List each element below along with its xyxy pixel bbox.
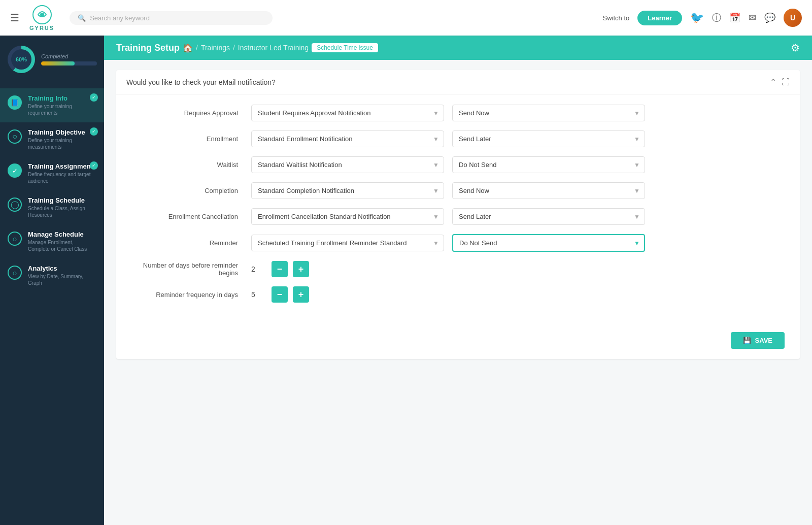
- waitlist-right-wrap: Do Not Send ▼: [452, 156, 645, 173]
- training-objective-sub: Define your training measurements: [28, 137, 96, 150]
- reminder-left-wrap: Scheduled Training Enrollment Reminder S…: [251, 235, 444, 251]
- sidebar-nav: 📘 Training Info Define your training req…: [0, 83, 104, 525]
- waitlist-row: Waitlist Standard Waitlist Notification …: [131, 156, 785, 173]
- page-title: Training Setup: [116, 43, 180, 53]
- reminder-days-increment[interactable]: +: [293, 261, 309, 277]
- analytics-title: Analytics: [28, 265, 96, 272]
- search-placeholder: Search any keyword: [90, 14, 150, 22]
- training-assignment-title: Training Assignment: [28, 162, 96, 170]
- completion-right-wrap: Send Now ▼: [452, 182, 645, 199]
- page-header: Training Setup 🏠 / Trainings / Instructo…: [104, 36, 812, 60]
- reminder-freq-decrement[interactable]: −: [272, 286, 288, 303]
- switch-to-label: Switch to: [603, 14, 630, 22]
- reminder-days-row: Number of days before reminder begins 2 …: [131, 261, 785, 277]
- sidebar-item-training-assignment[interactable]: ✓ Training Assignment Define frequency a…: [0, 156, 104, 190]
- breadcrumb-trainings[interactable]: Trainings: [201, 44, 230, 52]
- training-assignment-check: ✓: [90, 161, 98, 170]
- requires-approval-right-select[interactable]: Send Now: [452, 105, 645, 121]
- avatar[interactable]: U: [784, 9, 802, 27]
- training-info-icon: 📘: [8, 95, 22, 110]
- analytics-icon: ○: [8, 266, 22, 280]
- sidebar-item-training-schedule[interactable]: ◯ Training Schedule Schedule a Class, As…: [0, 190, 104, 224]
- learner-button[interactable]: Learner: [637, 11, 682, 25]
- search-bar[interactable]: 🔍 Search any keyword: [70, 11, 273, 25]
- training-schedule-icon: ◯: [8, 198, 22, 212]
- completion-right-select[interactable]: Send Now: [452, 182, 645, 199]
- collapse-button[interactable]: ⌃: [770, 77, 776, 87]
- reminder-days-controls: 2 − +: [251, 261, 309, 277]
- sidebar-item-training-objective[interactable]: ○ Training Objective Define your trainin…: [0, 122, 104, 156]
- training-objective-title: Training Objective: [28, 128, 96, 136]
- progress-bar-fill: [41, 61, 75, 65]
- requires-approval-label: Requires Approval: [131, 109, 243, 117]
- settings-icon[interactable]: ⚙: [791, 42, 800, 54]
- enrollment-left-wrap: Standard Enrollment Notification ▼: [251, 130, 444, 147]
- expand-button[interactable]: ⛶: [782, 77, 790, 87]
- logo: GYRUS: [29, 5, 54, 31]
- nav-right: Switch to Learner 🐦 ⓘ 📅 ✉ 💬 U: [603, 9, 802, 27]
- reminder-freq-increment[interactable]: +: [293, 286, 309, 303]
- reminder-days-decrement[interactable]: −: [272, 261, 288, 277]
- sidebar-item-training-info[interactable]: 📘 Training Info Define your training req…: [0, 88, 104, 122]
- progress-circle: 60%: [8, 46, 35, 73]
- reminder-freq-controls: 5 − +: [251, 286, 309, 303]
- reminder-days-value: 2: [251, 265, 266, 273]
- hamburger-menu[interactable]: ☰: [10, 12, 19, 24]
- training-schedule-title: Training Schedule: [28, 196, 96, 204]
- training-assignment-sub: Define frequency and target audience: [28, 171, 96, 184]
- help-icon[interactable]: ⓘ: [712, 12, 721, 24]
- progress-bar: [41, 61, 97, 65]
- save-button[interactable]: 💾 SAVE: [731, 332, 785, 349]
- calendar-icon[interactable]: 📅: [729, 12, 740, 23]
- sidebar-item-manage-schedule[interactable]: ○ Manage Schedule Manage Enrollment, Com…: [0, 224, 104, 258]
- logo-text: GYRUS: [29, 25, 54, 31]
- email-notification-card: Would you like to check your eMail notif…: [116, 70, 800, 359]
- search-icon: 🔍: [78, 14, 86, 22]
- manage-schedule-sub: Manage Enrollment, Complete or Cancel Cl…: [28, 239, 96, 252]
- enrollment-cancellation-right-wrap: Send Later ▼: [452, 208, 645, 225]
- enrollment-right-wrap: Send Later ▼: [452, 130, 645, 147]
- completion-left-select[interactable]: Standard Completion Notification: [251, 182, 444, 199]
- reminder-left-select[interactable]: Scheduled Training Enrollment Reminder S…: [251, 235, 444, 251]
- reminder-label: Reminder: [131, 239, 243, 247]
- card-title: Would you like to check your eMail notif…: [126, 78, 276, 86]
- main-layout: 60% Completed 📘 Training Info Define you…: [0, 36, 812, 525]
- bird-icon[interactable]: 🐦: [690, 11, 704, 24]
- svg-point-1: [40, 13, 44, 17]
- completion-left-wrap: Standard Completion Notification ▼: [251, 182, 444, 199]
- waitlist-label: Waitlist: [131, 161, 243, 169]
- enrollment-cancellation-left-select[interactable]: Enrollment Cancellation Standard Notific…: [251, 208, 444, 225]
- save-area: 💾 SAVE: [116, 327, 800, 359]
- sidebar-item-analytics[interactable]: ○ Analytics View by Date, Summary, Graph: [0, 258, 104, 292]
- page-content: Would you like to check your eMail notif…: [104, 60, 812, 525]
- completion-label: Completion: [131, 187, 243, 194]
- requires-approval-row: Requires Approval Student Requires Appro…: [131, 105, 785, 121]
- reminder-freq-label: Reminder frequency in days: [131, 291, 243, 299]
- training-schedule-sub: Schedule a Class, Assign Resources: [28, 205, 96, 218]
- manage-schedule-icon: ○: [8, 232, 22, 246]
- training-objective-check: ✓: [90, 127, 98, 136]
- requires-approval-left-select[interactable]: Student Requires Approval Notification: [251, 105, 444, 121]
- form-body: Requires Approval Student Requires Appro…: [116, 94, 800, 327]
- home-icon[interactable]: 🏠: [183, 43, 193, 53]
- enrollment-cancellation-left-wrap: Enrollment Cancellation Standard Notific…: [251, 208, 444, 225]
- reminder-right-select[interactable]: Do Not Send: [452, 234, 645, 252]
- navbar: ☰ GYRUS 🔍 Search any keyword Switch to L…: [0, 0, 812, 36]
- waitlist-left-select[interactable]: Standard Waitlist Notification: [251, 156, 444, 173]
- breadcrumb-ilt[interactable]: Instructor Led Training: [238, 44, 309, 52]
- progress-percent: 60%: [11, 49, 31, 70]
- manage-schedule-title: Manage Schedule: [28, 231, 96, 238]
- enrollment-label: Enrollment: [131, 135, 243, 143]
- training-info-check: ✓: [90, 93, 98, 102]
- enrollment-right-select[interactable]: Send Later: [452, 130, 645, 147]
- enrollment-cancellation-right-select[interactable]: Send Later: [452, 208, 645, 225]
- enrollment-left-select[interactable]: Standard Enrollment Notification: [251, 130, 444, 147]
- chat-icon[interactable]: 💬: [764, 12, 775, 23]
- training-objective-icon: ○: [8, 129, 22, 144]
- card-header: Would you like to check your eMail notif…: [116, 70, 800, 94]
- completion-row: Completion Standard Completion Notificat…: [131, 182, 785, 199]
- mail-icon[interactable]: ✉: [749, 12, 756, 23]
- logo-icon: [32, 5, 52, 25]
- progress-label: Completed: [41, 53, 97, 59]
- waitlist-right-select[interactable]: Do Not Send: [452, 156, 645, 173]
